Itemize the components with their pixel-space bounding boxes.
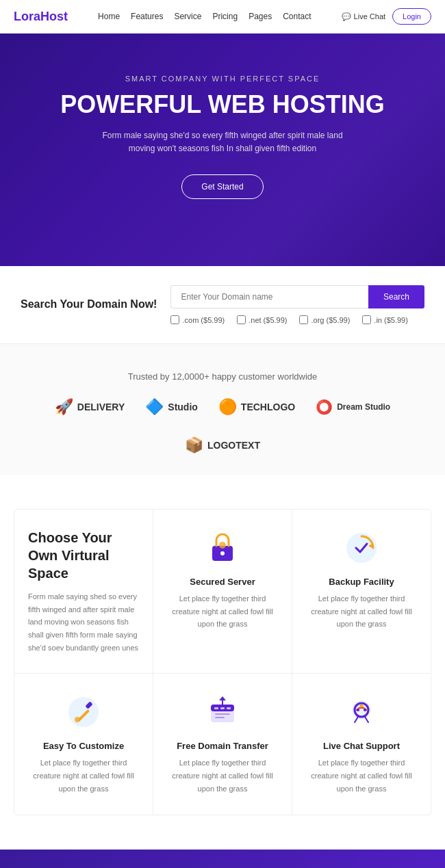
- svg-rect-13: [227, 707, 231, 709]
- hero-title: POWERFUL WEB HOSTING: [14, 91, 431, 118]
- trusted-logos: 🚀 DELIVERY 🔷 Studio 🟠 TECHLOGO ⭕ Dream S…: [14, 398, 431, 454]
- backup-title: Backup Facility: [306, 577, 417, 587]
- feature-customize: Easy To Customize Let place fly together…: [14, 674, 153, 814]
- chat-support-icon: [342, 693, 381, 731]
- nav-features[interactable]: Features: [131, 12, 163, 21]
- nav-service[interactable]: Service: [174, 12, 201, 21]
- domain-search-section: Search Your Domain Now! Search .com ($5.…: [0, 266, 445, 344]
- nav-actions: 💬 Live Chat Login: [342, 8, 431, 25]
- domain-right: Search .com ($5.99) .net ($5.99) .org ($…: [170, 285, 424, 324]
- live-chat-support-desc: Let place fly together third creature ni…: [306, 757, 417, 795]
- features-section: Choose Your Own Virtural Space Form male…: [0, 475, 445, 850]
- feature-main-title: Choose Your Own Virtural Space: [28, 529, 139, 582]
- svg-marker-14: [219, 696, 226, 700]
- chat-icon: 💬: [342, 12, 351, 21]
- logo-delivery: 🚀 DELIVERY: [55, 398, 125, 416]
- domain-title: Search Your Domain Now!: [21, 297, 157, 312]
- feature-main-desc: Form male saying shed so every fifth win…: [28, 590, 139, 654]
- domain-icon: [203, 693, 242, 731]
- domain-input[interactable]: [170, 285, 368, 308]
- feature-secured-server: Secured Server Let place fly together th…: [153, 510, 292, 673]
- customize-desc: Let place fly together third creature ni…: [28, 757, 139, 795]
- feature-domain: Free Domain Transfer Let place fly toget…: [153, 674, 292, 814]
- secured-server-desc: Let place fly together third creature ni…: [167, 592, 278, 631]
- svg-point-8: [75, 717, 80, 722]
- hero-description: Form male saying she'd so every fifth wi…: [92, 129, 353, 155]
- trusted-text: Trusted by 12,0000+ happy customer world…: [14, 371, 431, 382]
- feature-backup: Backup Facility Let place fly together t…: [292, 510, 431, 673]
- svg-rect-11: [214, 707, 218, 709]
- svg-point-2: [219, 542, 226, 549]
- nav-contact[interactable]: Contact: [283, 12, 311, 21]
- hero-section: SMART COMPANY WITH PERFECT SPACE POWERFU…: [0, 34, 445, 266]
- svg-point-1: [220, 551, 225, 555]
- domain-search-button[interactable]: Search: [368, 285, 424, 308]
- trusted-section: Trusted by 12,0000+ happy customer world…: [0, 344, 445, 475]
- domain-transfer-desc: Let place fly together third creature ni…: [167, 757, 278, 795]
- svg-point-5: [68, 697, 99, 727]
- backup-desc: Let place fly together third creature ni…: [306, 592, 417, 631]
- hero-subtitle: SMART COMPANY WITH PERFECT SPACE: [14, 75, 431, 83]
- svg-rect-21: [359, 705, 364, 707]
- feature-intro-card: Choose Your Own Virtural Space Form male…: [14, 510, 153, 673]
- svg-rect-15: [215, 713, 230, 715]
- customize-icon: [64, 693, 103, 731]
- lock-icon: [203, 529, 242, 567]
- backup-icon: [342, 529, 381, 567]
- nav-pages[interactable]: Pages: [249, 12, 272, 21]
- domain-option-in[interactable]: .in ($5.99): [362, 315, 408, 324]
- svg-rect-12: [220, 707, 225, 709]
- logo: LoraHost: [14, 10, 68, 24]
- svg-point-19: [357, 709, 359, 711]
- domain-transfer-title: Free Domain Transfer: [167, 741, 278, 751]
- domain-options: .com ($5.99) .net ($5.99) .org ($5.99) .…: [170, 315, 424, 324]
- nav-home[interactable]: Home: [98, 12, 120, 21]
- svg-point-20: [364, 709, 366, 711]
- hero-cta-button[interactable]: Get Started: [181, 174, 263, 199]
- logo-logotext: 📦 LOGOTEXT: [185, 436, 260, 454]
- feature-chat: Live Chat Support Let place fly together…: [292, 674, 431, 814]
- nav-pricing[interactable]: Pricing: [212, 12, 238, 21]
- logo-techlogo: 🟠 TECHLOGO: [218, 398, 295, 416]
- domain-input-row: Search: [170, 285, 424, 308]
- customize-title: Easy To Customize: [28, 741, 139, 751]
- navbar: LoraHost Home Features Service Pricing P…: [0, 0, 445, 34]
- pricing-section: Popular Pricing Package Normal Attend on…: [0, 850, 445, 869]
- logo-studio: 🔷 Studio: [145, 398, 198, 416]
- features-grid: Choose Your Own Virtural Space Form male…: [14, 509, 431, 815]
- secured-server-title: Secured Server: [167, 577, 278, 587]
- live-chat-support-title: Live Chat Support: [306, 741, 417, 751]
- svg-rect-16: [215, 717, 225, 718]
- domain-option-org[interactable]: .org ($5.99): [299, 315, 350, 324]
- login-button[interactable]: Login: [392, 8, 431, 25]
- domain-option-com[interactable]: .com ($5.99): [170, 315, 225, 324]
- domain-option-net[interactable]: .net ($5.99): [237, 315, 287, 324]
- logo-dreamstudio: ⭕ Dream Studio: [316, 399, 390, 415]
- nav-links: Home Features Service Pricing Pages Cont…: [98, 12, 311, 21]
- live-chat-nav[interactable]: 💬 Live Chat: [342, 12, 385, 21]
